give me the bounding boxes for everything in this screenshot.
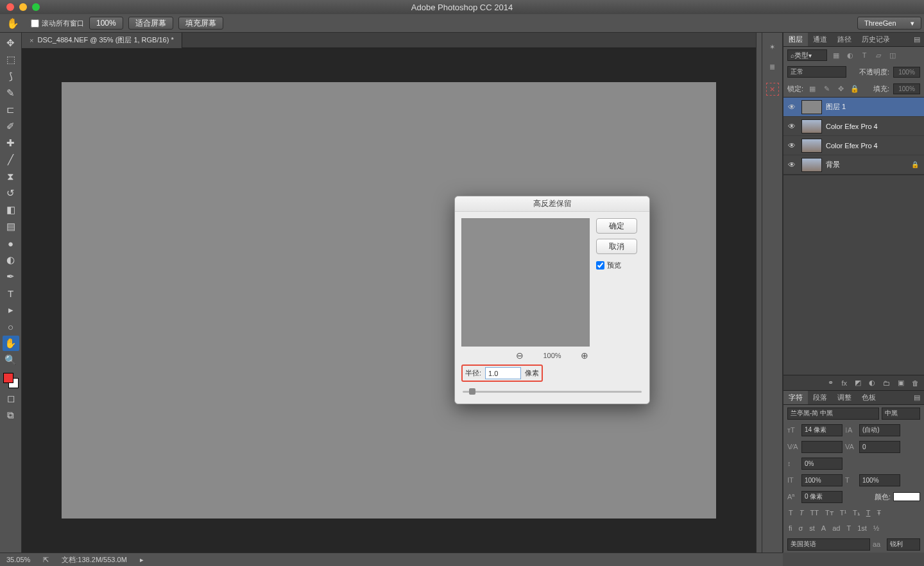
- filter-shape-icon[interactable]: ▱: [873, 51, 884, 60]
- zoom-in-icon[interactable]: ⊕: [581, 350, 588, 361]
- layer-filter-kind[interactable]: ⌕ 类型 ▾: [787, 49, 827, 61]
- gradient-tool[interactable]: ▤: [3, 219, 19, 234]
- pen-tool[interactable]: ✒: [3, 269, 19, 284]
- layer-thumb[interactable]: [801, 100, 822, 114]
- strikethrough[interactable]: Ŧ: [877, 509, 882, 517]
- eraser-tool[interactable]: ◧: [3, 202, 19, 218]
- lock-transparent-icon[interactable]: ▦: [807, 85, 817, 93]
- close-tab-icon[interactable]: ×: [30, 37, 33, 44]
- layer-mask-icon[interactable]: ◩: [855, 379, 861, 387]
- stamp-tool[interactable]: ⧗: [3, 169, 19, 184]
- tab-paragraph[interactable]: 段落: [808, 391, 832, 404]
- brush-tool[interactable]: ╱: [3, 152, 19, 167]
- filter-adjust-icon[interactable]: ◐: [845, 51, 855, 60]
- layer-row[interactable]: 👁背景🔒: [783, 155, 924, 175]
- filter-pixel-icon[interactable]: ▦: [831, 51, 841, 60]
- hscale-field[interactable]: 100%: [801, 474, 843, 486]
- layer-thumb[interactable]: [801, 158, 822, 172]
- eyedropper-tool[interactable]: ✐: [3, 119, 19, 134]
- smallcaps[interactable]: Tᴛ: [825, 509, 834, 517]
- ok-button[interactable]: 确定: [596, 218, 637, 234]
- visibility-icon[interactable]: 👁: [786, 122, 798, 131]
- subscript[interactable]: T₁: [853, 509, 860, 517]
- allcaps[interactable]: TT: [810, 509, 818, 517]
- tab-character[interactable]: 字符: [783, 391, 808, 404]
- radius-slider[interactable]: [463, 388, 642, 395]
- adjustment-layer-icon[interactable]: ◐: [869, 379, 875, 387]
- superscript[interactable]: T¹: [840, 509, 846, 517]
- tab-channels[interactable]: 通道: [808, 33, 832, 46]
- leading-field[interactable]: (自动): [859, 424, 900, 436]
- marquee-tool[interactable]: ⬚: [3, 52, 19, 67]
- faux-italic[interactable]: T: [800, 509, 804, 517]
- hscale2-field[interactable]: 100%: [859, 474, 900, 486]
- status-export-icon[interactable]: ⇱: [43, 556, 49, 564]
- panel-dock-collapse[interactable]: [756, 33, 762, 553]
- underline[interactable]: T: [866, 509, 871, 517]
- tab-layers[interactable]: 图层: [783, 33, 808, 46]
- fit-screen-button[interactable]: 适合屏幕: [128, 17, 173, 30]
- screenmode-toggle[interactable]: ⧉: [3, 407, 19, 423]
- quick-select-tool[interactable]: ✎: [3, 85, 19, 101]
- move-tool[interactable]: ✥: [3, 35, 19, 51]
- color-swatches[interactable]: [3, 373, 19, 388]
- status-arrow-icon[interactable]: ▸: [140, 556, 144, 564]
- font-family-dropdown[interactable]: 兰亭黑-简 中黑: [787, 407, 879, 420]
- lock-position-icon[interactable]: ✥: [835, 85, 846, 93]
- group-icon[interactable]: 🗀: [883, 379, 890, 387]
- status-zoom[interactable]: 35.05%: [6, 556, 30, 563]
- history-brush-tool[interactable]: ↺: [3, 185, 19, 201]
- layer-fx-icon[interactable]: fx: [841, 379, 847, 387]
- zoom-out-icon[interactable]: ⊖: [516, 350, 524, 361]
- opacity-value[interactable]: 100%: [893, 67, 920, 78]
- path-select-tool[interactable]: ▸: [3, 302, 19, 318]
- history-panel-icon[interactable]: ✶: [769, 43, 775, 51]
- layer-row[interactable]: 👁Color Efex Pro 4: [783, 117, 924, 136]
- font-size-field[interactable]: 14 像素: [801, 424, 843, 436]
- layer-row[interactable]: 👁图层 1: [783, 98, 924, 117]
- dodge-tool[interactable]: ◐: [3, 252, 19, 268]
- tab-adjustments[interactable]: 调整: [832, 391, 857, 404]
- panel-menu-icon[interactable]: ▤: [910, 391, 924, 404]
- plugin-panel-icon[interactable]: ✕: [766, 83, 779, 96]
- status-doc-size[interactable]: 文档:138.2M/553.0M: [62, 555, 127, 565]
- blur-tool[interactable]: ●: [3, 236, 19, 251]
- text-color-swatch[interactable]: [893, 492, 920, 501]
- preview-checkbox[interactable]: 预览: [596, 261, 637, 270]
- document-tab[interactable]: ×DSC_4884.NEF @ 35% (图层 1, RGB/16) *: [22, 33, 182, 48]
- crop-tool[interactable]: ⊏: [3, 102, 19, 117]
- workspace-switcher[interactable]: ThreeGen▾: [857, 17, 921, 30]
- tab-history[interactable]: 历史记录: [857, 33, 895, 46]
- dialog-preview[interactable]: [461, 218, 590, 347]
- tab-swatches[interactable]: 色板: [857, 391, 881, 404]
- zoom-tool[interactable]: 🔍: [3, 352, 19, 368]
- visibility-icon[interactable]: 👁: [786, 103, 798, 112]
- shape-tool[interactable]: ○: [3, 319, 19, 334]
- language-dropdown[interactable]: 美国英语: [787, 538, 870, 551]
- lock-all-icon[interactable]: 🔒: [850, 85, 860, 93]
- fill-value[interactable]: 100%: [893, 83, 920, 94]
- actions-panel-icon[interactable]: ≣: [769, 63, 775, 71]
- vscale-field[interactable]: 0%: [801, 458, 843, 470]
- lock-pixels-icon[interactable]: ✎: [821, 85, 832, 93]
- faux-bold[interactable]: T: [789, 509, 793, 517]
- healing-tool[interactable]: ✚: [3, 135, 19, 151]
- zoom-100-button[interactable]: 100%: [89, 17, 123, 30]
- tab-paths[interactable]: 路径: [832, 33, 857, 46]
- kerning-field[interactable]: [801, 441, 843, 453]
- font-style-dropdown[interactable]: 中黑: [882, 407, 920, 420]
- type-tool[interactable]: T: [3, 286, 19, 301]
- hand-tool[interactable]: ✋: [3, 336, 19, 351]
- visibility-icon[interactable]: 👁: [786, 160, 798, 169]
- new-layer-icon[interactable]: ▣: [898, 379, 904, 387]
- radius-input[interactable]: [485, 367, 521, 379]
- delete-layer-icon[interactable]: 🗑: [912, 379, 919, 387]
- filter-type-icon[interactable]: T: [859, 51, 869, 59]
- scroll-all-windows-checkbox[interactable]: 滚动所有窗口: [31, 19, 84, 28]
- tracking-field[interactable]: 0: [859, 441, 900, 453]
- filter-smart-icon[interactable]: ◫: [887, 51, 898, 60]
- visibility-icon[interactable]: 👁: [786, 141, 798, 150]
- fill-screen-button[interactable]: 填充屏幕: [178, 17, 223, 30]
- panel-menu-icon[interactable]: ▤: [910, 33, 924, 46]
- hand-tool-icon[interactable]: ✋: [3, 16, 23, 30]
